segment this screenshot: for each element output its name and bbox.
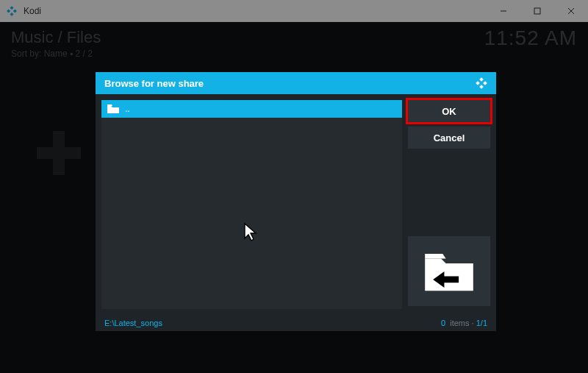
kodi-logo-icon: [476, 77, 487, 89]
folder-back-thumbnail: [408, 236, 490, 306]
svg-rect-2: [13, 9, 17, 13]
dialog-footer: E:\Latest_songs 0 items · 1/1: [96, 315, 496, 331]
dialog-header: Browse for new share: [96, 72, 496, 94]
svg-rect-9: [476, 81, 480, 85]
window-title: Kodi: [24, 6, 487, 16]
window-titlebar: Kodi: [0, 0, 588, 22]
window-controls: [487, 0, 588, 22]
dialog-title: Browse for new share: [104, 78, 476, 89]
kodi-app-icon: [6, 5, 18, 17]
file-list-empty-area[interactable]: [101, 118, 402, 309]
svg-rect-1: [7, 9, 10, 13]
svg-rect-8: [479, 77, 484, 82]
kodi-app: Music / Files Sort by: Name ▪ 2 / 2 11:5…: [0, 22, 588, 373]
folder-icon: [107, 104, 119, 113]
svg-rect-10: [483, 81, 487, 85]
dialog-side-panel: OK Cancel: [408, 94, 496, 315]
cancel-button[interactable]: Cancel: [408, 127, 490, 149]
add-source-placeholder-icon: [37, 131, 81, 175]
item-count: 0 items · 1/1: [441, 319, 487, 327]
browse-share-dialog: Browse for new share .. OK Cancel: [96, 72, 496, 331]
file-list[interactable]: ..: [96, 94, 408, 315]
window-maximize-button[interactable]: [520, 0, 554, 22]
sort-info: Sort by: Name ▪ 2 / 2: [11, 49, 577, 59]
parent-directory-row[interactable]: ..: [101, 100, 402, 118]
current-path: E:\Latest_songs: [104, 319, 441, 327]
window-minimize-button[interactable]: [487, 0, 520, 22]
clock: 11:52 AM: [484, 26, 577, 50]
window-close-button[interactable]: [554, 0, 588, 22]
ok-button[interactable]: OK: [408, 100, 490, 122]
svg-rect-5: [534, 8, 540, 14]
row-label: ..: [125, 104, 130, 114]
dialog-body: .. OK Cancel: [96, 94, 496, 315]
svg-rect-11: [479, 85, 484, 89]
svg-rect-0: [10, 6, 14, 10]
svg-rect-3: [10, 12, 14, 15]
kodi-header: Music / Files Sort by: Name ▪ 2 / 2 11:5…: [11, 28, 577, 59]
